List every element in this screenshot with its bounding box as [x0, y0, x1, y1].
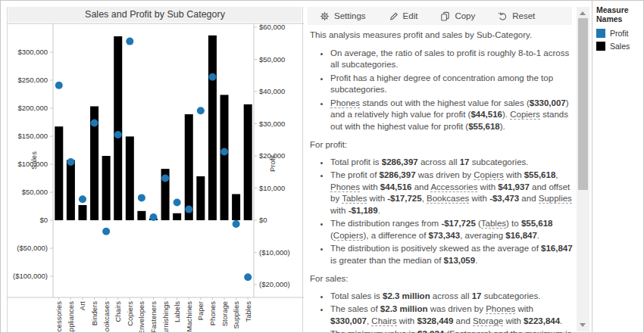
- story-text: ), a difference of: [363, 231, 428, 240]
- story-scrollbar[interactable]: [577, 7, 589, 331]
- category-label: Envelopes: [137, 301, 145, 332]
- story-text: .: [378, 206, 380, 215]
- scroll-up-icon[interactable]: [580, 11, 586, 15]
- story-text: with: [469, 194, 489, 203]
- story-text: ).: [500, 122, 505, 131]
- sales-profit-chart[interactable]: $300,000$250,000$200,000$150,000$100,000…: [8, 7, 304, 332]
- story-text: with: [367, 194, 387, 203]
- profit-dot[interactable]: [55, 82, 63, 89]
- story-bullet: The distribution is positively skewed as…: [330, 243, 573, 266]
- story-text: On average, the ratio of sales to profit…: [330, 48, 569, 70]
- story-text: with: [503, 316, 524, 325]
- sales-bar[interactable]: [244, 104, 252, 220]
- story-term: Bookcases: [427, 194, 469, 204]
- edit-label: Edit: [403, 11, 418, 20]
- sales-bar[interactable]: [208, 36, 217, 220]
- profit-axis-tick: $10,000: [259, 184, 285, 192]
- sales-swatch: [596, 42, 605, 51]
- story-bullet: The sales of $2.3 million was driven by …: [330, 303, 573, 327]
- story-text: ,: [555, 170, 558, 179]
- pencil-icon: [389, 11, 399, 21]
- story-value: $16,847: [505, 231, 537, 240]
- reset-label: Reset: [512, 11, 535, 20]
- profit-dot[interactable]: [233, 220, 240, 228]
- sales-bar[interactable]: [114, 36, 122, 220]
- profit-dot[interactable]: [79, 195, 86, 203]
- reset-button[interactable]: Reset: [498, 11, 535, 21]
- category-label: Copiers: [126, 301, 134, 326]
- profit-dot[interactable]: [150, 213, 158, 221]
- story-text: subcategories.: [469, 157, 528, 166]
- category-label: Art: [78, 301, 86, 311]
- profit-dot[interactable]: [138, 194, 145, 201]
- profit-axis-tick: ($10,000): [259, 248, 290, 257]
- edit-button[interactable]: Edit: [389, 11, 418, 21]
- story-bullet: The profit of $286,397 was driven by Cop…: [330, 170, 573, 216]
- profit-dot[interactable]: [220, 148, 228, 156]
- sales-bar[interactable]: [126, 136, 134, 220]
- sales-bar[interactable]: [137, 211, 145, 220]
- profit-dot[interactable]: [197, 107, 205, 114]
- sales-bar[interactable]: [173, 213, 181, 220]
- category-label: Binders: [90, 301, 98, 325]
- legend-title: Measure Names: [596, 5, 643, 23]
- settings-button[interactable]: Settings: [320, 11, 366, 21]
- legend-label-sales: Sales: [610, 42, 630, 51]
- story-section-heading: For sales:: [310, 273, 573, 285]
- sales-bar[interactable]: [55, 126, 63, 220]
- story-text: with: [504, 170, 524, 179]
- profit-dot[interactable]: [208, 73, 216, 81]
- story-section-heading: For profit:: [310, 139, 573, 151]
- scrollbar-thumb[interactable]: [578, 18, 588, 190]
- story-term: Tables: [342, 194, 367, 204]
- story-term: Phones: [486, 304, 515, 314]
- story-value: $41,937: [498, 182, 530, 191]
- profit-dot[interactable]: [114, 131, 122, 138]
- sales-bar[interactable]: [232, 194, 240, 220]
- app-window: Sales and Profit by Sub Category $300,00…: [0, 0, 644, 333]
- story-value: $286,397: [382, 157, 418, 166]
- copy-icon: [440, 11, 450, 21]
- story-panel: This analysis measures profit and sales …: [310, 30, 573, 333]
- story-text: The minimum value is: [330, 329, 417, 333]
- sales-bar[interactable]: [220, 95, 229, 220]
- profit-dot[interactable]: [161, 174, 169, 182]
- profit-dot[interactable]: [67, 158, 74, 166]
- profit-axis-tick: ($20,000): [259, 280, 290, 288]
- story-bullet: The distribution ranges from -$17,725 (T…: [330, 218, 573, 241]
- story-text: The profit of: [330, 170, 380, 179]
- story-value: 17: [472, 291, 482, 300]
- sales-axis-tick: $0: [39, 216, 48, 224]
- sales-bar[interactable]: [102, 156, 111, 220]
- sales-axis-tick: $150,000: [17, 132, 48, 140]
- story-term: Copiers: [510, 110, 540, 120]
- story-text: The distribution is positively skewed as…: [330, 244, 541, 253]
- story-value: $328,449: [417, 316, 453, 325]
- sales-axis-tick: ($50,000): [17, 244, 48, 252]
- sales-bar[interactable]: [196, 176, 205, 220]
- story-value: $55,618: [521, 219, 553, 228]
- legend-item-profit[interactable]: Profit: [596, 29, 643, 38]
- profit-dot[interactable]: [185, 206, 192, 213]
- sales-bar[interactable]: [185, 114, 193, 220]
- chart-panel: Sales and Profit by Sub Category $300,00…: [7, 7, 303, 332]
- story-toolbar: Settings Edit Copy: [308, 7, 572, 25]
- legend-item-sales[interactable]: Sales: [596, 42, 643, 51]
- sales-bar[interactable]: [78, 205, 86, 220]
- profit-dot[interactable]: [174, 198, 181, 206]
- scroll-down-icon[interactable]: [580, 323, 586, 327]
- profit-dot[interactable]: [244, 273, 252, 281]
- profit-dot[interactable]: [91, 120, 98, 127]
- category-label: Accessories: [55, 301, 63, 332]
- story-bullet-list: Total sales is $2.3 million across all 1…: [310, 291, 573, 333]
- profit-dot[interactable]: [102, 228, 110, 235]
- story-bullet: Phones stands out with the highest value…: [330, 98, 573, 133]
- sales-bar[interactable]: [67, 160, 75, 220]
- profit-swatch: [596, 29, 605, 38]
- story-text: , averaging: [460, 231, 505, 240]
- story-value: $2.3 million: [383, 291, 430, 300]
- profit-dot[interactable]: [126, 38, 133, 45]
- story-text: .: [537, 231, 539, 240]
- story-bullet: Total profit is $286,397 across all 17 s…: [330, 157, 573, 169]
- copy-button[interactable]: Copy: [440, 11, 475, 21]
